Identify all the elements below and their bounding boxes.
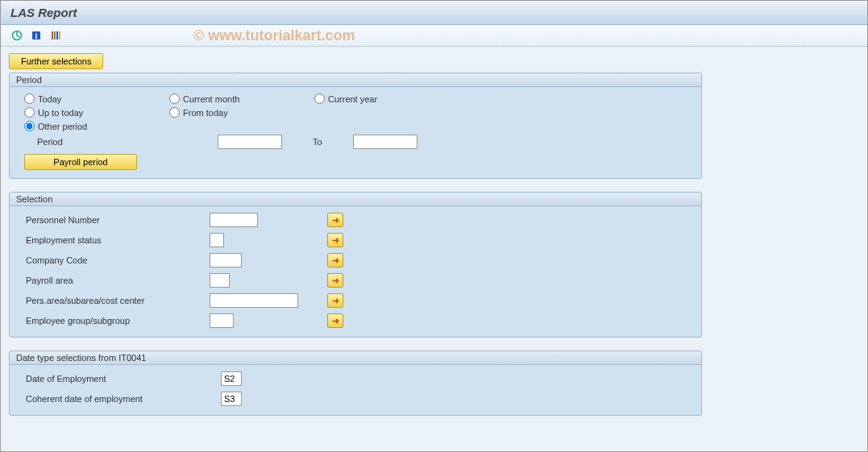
toolbar: i [1, 25, 867, 47]
datetype-group-title: Date type selections from IT0041 [10, 351, 701, 365]
field-payroll-area: Payroll area ➜ [24, 272, 687, 289]
radio-current-year[interactable]: Current year [314, 93, 459, 104]
radio-today[interactable]: Today [24, 93, 169, 104]
period-group: Period Today Current month Current year … [9, 73, 702, 179]
radio-other-period[interactable]: Other period [24, 121, 169, 131]
field-pers-area: Pers.area/subarea/cost center ➜ [24, 292, 687, 309]
employee-group-input[interactable] [210, 313, 234, 328]
field-date-employment: Date of Employment [24, 370, 687, 388]
period-label: Period [37, 137, 210, 147]
arrow-icon[interactable]: ➜ [327, 313, 343, 328]
svg-rect-6 [59, 31, 60, 39]
datetype-group: Date type selections from IT0041 Date of… [9, 350, 702, 416]
field-employment-status: Employment status ➜ [24, 231, 687, 249]
page-title: LAS Report [1, 1, 867, 25]
arrow-icon[interactable]: ➜ [327, 273, 343, 288]
svg-rect-5 [56, 31, 58, 39]
content-area: Further selections Period Today Current … [1, 47, 867, 449]
period-from-input[interactable] [218, 135, 282, 149]
field-coherent-date: Coherent date of employment [24, 390, 687, 408]
payroll-area-input[interactable] [210, 273, 230, 288]
coherent-date-input[interactable] [221, 392, 242, 406]
to-label: To [313, 137, 345, 147]
info-icon[interactable]: i [28, 28, 44, 43]
arrow-icon[interactable]: ➜ [327, 213, 343, 227]
selection-group: Selection Personnel Number ➜ Employment … [9, 192, 702, 338]
field-company-code: Company Code ➜ [24, 251, 687, 269]
company-code-input[interactable] [210, 253, 242, 267]
radio-current-month[interactable]: Current month [169, 93, 314, 104]
pers-area-input[interactable] [210, 293, 298, 308]
arrow-icon[interactable]: ➜ [327, 233, 343, 247]
payroll-period-button[interactable]: Payroll period [24, 154, 137, 170]
period-group-title: Period [10, 73, 701, 87]
employment-status-input[interactable] [210, 233, 224, 247]
radio-up-to-today[interactable]: Up to today [24, 107, 169, 118]
svg-text:i: i [35, 31, 38, 40]
further-selections-button[interactable]: Further selections [9, 53, 103, 69]
svg-rect-3 [52, 31, 53, 39]
variant-icon[interactable] [48, 28, 64, 43]
selection-group-title: Selection [10, 193, 701, 206]
personnel-number-input[interactable] [210, 213, 258, 227]
field-personnel-number: Personnel Number ➜ [24, 211, 687, 229]
arrow-icon[interactable]: ➜ [327, 293, 343, 308]
period-to-input[interactable] [353, 135, 417, 149]
svg-rect-4 [54, 31, 56, 39]
execute-icon[interactable] [9, 28, 25, 43]
date-employment-input[interactable] [221, 371, 242, 386]
field-employee-group: Employee group/subgroup ➜ [24, 312, 687, 330]
radio-from-today[interactable]: From today [169, 107, 314, 118]
arrow-icon[interactable]: ➜ [327, 253, 343, 267]
